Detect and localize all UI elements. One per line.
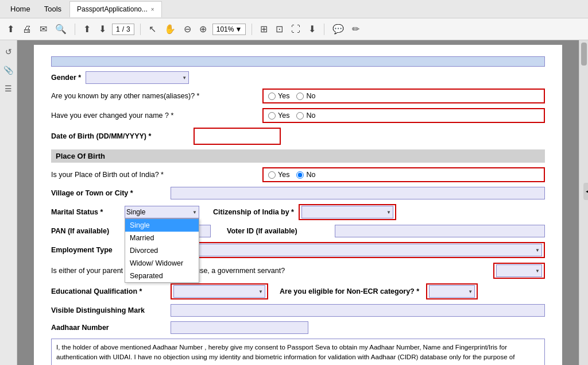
hand-tool-btn[interactable]: ✋ — [162, 22, 178, 36]
edu-qual-select-wrapper[interactable] — [173, 285, 265, 298]
name-change-label: Have you ever changed your name ? * — [51, 112, 258, 120]
birthoutside-no-radio[interactable] — [296, 171, 304, 179]
birthoutside-yes[interactable]: Yes — [268, 171, 289, 179]
cursor-tool-btn[interactable]: ↖ — [146, 22, 158, 36]
name-change-radio-group: Yes No — [262, 108, 545, 123]
email-btn[interactable]: ✉ — [37, 22, 49, 36]
aliases-yes-radio[interactable] — [268, 93, 276, 100]
page-current: 1 — [116, 25, 120, 33]
option-single[interactable]: Single — [125, 219, 199, 232]
fit-width-btn[interactable]: ⊞ — [258, 22, 270, 36]
tab-close-btn[interactable]: × — [151, 6, 154, 13]
aliases-no[interactable]: No — [296, 92, 315, 100]
namechange-no[interactable]: No — [296, 112, 315, 120]
tab-home[interactable]: Home — [5, 1, 36, 17]
birthoutside-yes-radio[interactable] — [268, 171, 276, 179]
visible-mark-input[interactable] — [171, 304, 545, 317]
namechange-no-label: No — [306, 112, 315, 120]
citizenship-select[interactable] — [301, 206, 393, 218]
full-screen-btn[interactable]: ⛶ — [289, 23, 303, 36]
aliases-radio-group: Yes No — [262, 89, 545, 103]
marital-label: Marital Status * — [51, 208, 120, 216]
option-widow[interactable]: Widow/ Widower — [125, 257, 199, 270]
print-btn[interactable]: 🖨 — [20, 23, 34, 36]
upload-btn[interactable]: ⬆ — [5, 22, 17, 36]
sidebar-icon-1[interactable]: ↺ — [3, 45, 14, 59]
village-input[interactable] — [171, 187, 545, 199]
dob-input[interactable] — [197, 130, 277, 143]
zoom-indicator[interactable]: 101% ▼ — [212, 24, 246, 35]
non-ecr-select-border[interactable] — [426, 283, 478, 299]
edu-qual-select-border[interactable] — [171, 283, 268, 299]
marital-dropdown-popup: Single Married Divorced Widow/ Widower S… — [125, 218, 199, 283]
search-btn[interactable]: 🔍 — [53, 22, 69, 36]
aliases-yes[interactable]: Yes — [268, 92, 289, 100]
pdf-page: Gender * Are you known by any other name… — [34, 45, 562, 365]
comment-btn[interactable]: 💬 — [330, 22, 346, 36]
sidebar-icon-3[interactable]: ☰ — [2, 82, 14, 95]
zoom-level: 101% — [216, 25, 234, 33]
sidebar-icon-2[interactable]: 📎 — [1, 63, 16, 77]
aliases-no-radio[interactable] — [296, 93, 304, 100]
marital-select[interactable]: Single Married Divorced Widow/ Widower S… — [125, 206, 199, 218]
voter-input[interactable] — [335, 225, 545, 237]
namechange-yes-radio[interactable] — [268, 112, 276, 120]
govt-servant-select[interactable] — [496, 264, 542, 277]
scrollbar-thumb[interactable] — [581, 43, 587, 66]
title-bar: Home Tools PassportApplicationo... × — [0, 0, 588, 18]
zoom-in-btn[interactable]: ⊕ — [197, 22, 209, 36]
namechange-no-radio[interactable] — [296, 112, 304, 120]
zoom-out-btn[interactable]: ⊖ — [181, 22, 194, 36]
marital-select-container: Single Married Divorced Widow/ Widower S… — [125, 206, 199, 218]
dob-row: Date of Birth (DD/MM/YYYY) * — [51, 128, 545, 145]
non-ecr-select-wrapper[interactable] — [429, 285, 475, 298]
namechange-yes[interactable]: Yes — [268, 112, 289, 120]
citizenship-select-wrapper[interactable] — [301, 206, 393, 218]
next-page-btn[interactable]: ⬇ — [96, 22, 109, 36]
tab-passport[interactable]: PassportApplicationo... × — [69, 1, 162, 17]
birthoutside-no[interactable]: No — [296, 171, 315, 179]
edit-btn[interactable]: ✏ — [350, 22, 362, 36]
employment-select-wrapper[interactable] — [145, 244, 542, 256]
edu-qual-label: Educational Qualification * — [51, 287, 166, 295]
govt-servant-select-border[interactable] — [493, 263, 545, 279]
zoom-dropdown-icon: ▼ — [235, 25, 242, 33]
rotate-btn[interactable]: ⬇ — [306, 22, 318, 36]
village-row: Village or Town or City * — [51, 187, 545, 199]
scroll-area[interactable]: Gender * Are you known by any other name… — [17, 40, 579, 365]
gender-select[interactable] — [86, 71, 189, 84]
sidebar-collapse-btn[interactable]: ◀ — [583, 183, 588, 200]
aadhaar-input[interactable] — [171, 321, 308, 334]
tab-tools[interactable]: Tools — [38, 1, 67, 17]
app-container: ↺ 📎 ☰ ◀ Gender * Are you known by any ot… — [0, 40, 588, 365]
aadhaar-label: Aadhaar Number — [51, 324, 166, 332]
visible-mark-label: Visible Distinguishing Mark — [51, 306, 166, 314]
edu-nonecr-row: Educational Qualification * Are you elig… — [51, 283, 545, 299]
page-total: 3 — [126, 25, 130, 33]
citizenship-select-border[interactable] — [299, 204, 396, 220]
sidebar: ↺ 📎 ☰ ◀ — [0, 40, 17, 365]
prev-page-btn[interactable]: ⬆ — [81, 22, 93, 36]
dob-input-wrapper[interactable] — [194, 128, 281, 145]
gender-select-wrapper[interactable] — [86, 71, 189, 84]
scrollbar-track[interactable] — [579, 40, 588, 365]
namechange-yes-label: Yes — [278, 112, 289, 120]
option-separated[interactable]: Separated — [125, 270, 199, 282]
gender-label: Gender * — [51, 74, 81, 82]
marital-select-wrapper[interactable]: Single Married Divorced Widow/ Widower S… — [125, 206, 199, 218]
sep1 — [75, 24, 75, 35]
non-ecr-select[interactable] — [429, 285, 475, 298]
village-label: Village or Town or City * — [51, 189, 166, 197]
edu-qual-select[interactable] — [173, 285, 265, 298]
consent-text: I, the holder of above mentioned Aadhaar… — [56, 344, 514, 365]
visible-mark-row: Visible Distinguishing Mark — [51, 304, 545, 317]
employment-select[interactable] — [145, 244, 542, 256]
option-divorced[interactable]: Divorced — [125, 244, 199, 257]
employment-select-border[interactable] — [142, 242, 545, 258]
aliases-row: Are you known by any other names(aliases… — [51, 89, 545, 103]
govt-servant-label: Is either of your parent (in case of min… — [51, 267, 489, 275]
aliases-yes-label: Yes — [278, 92, 289, 100]
fit-page-btn[interactable]: ⊡ — [273, 22, 285, 36]
option-married[interactable]: Married — [125, 232, 199, 244]
govt-servant-select-wrapper[interactable] — [496, 264, 542, 277]
